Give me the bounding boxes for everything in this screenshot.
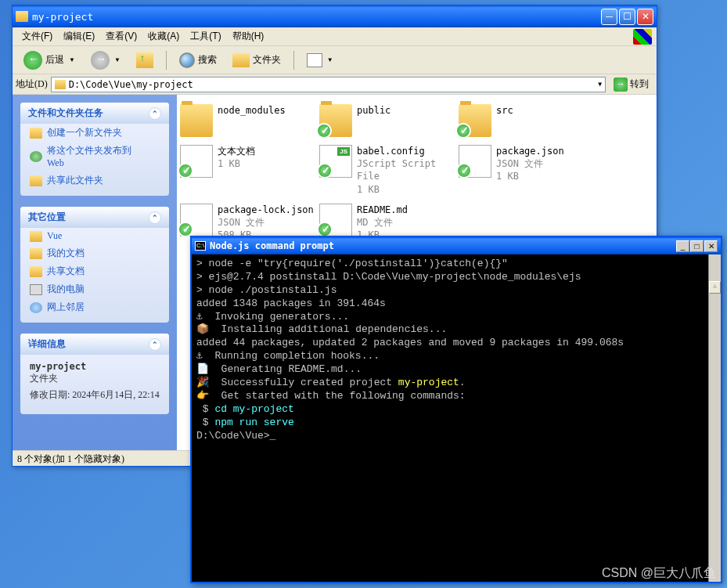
console-titlebar[interactable]: C:\ Node.js command prompt _ □ ✕ (192, 237, 721, 254)
back-label: 后退 (45, 53, 64, 67)
folder-icon (30, 128, 42, 139)
go-button[interactable]: → 转到 (609, 78, 653, 92)
address-input[interactable]: D:\Code\Vue\my-project ▼ (51, 77, 606, 92)
network-icon (30, 302, 42, 313)
folder-icon (30, 248, 42, 259)
console-line: ⚓ Running completion hooks... (196, 350, 716, 363)
loc-mydocs[interactable]: 我的文档 (20, 244, 169, 262)
views-button[interactable]: ▼ (301, 51, 340, 70)
address-path: D:\Code\Vue\my-project (69, 79, 193, 90)
menu-tools[interactable]: 工具(T) (185, 28, 225, 45)
checkmark-icon (316, 123, 332, 139)
up-button[interactable] (130, 50, 160, 70)
folders-label: 文件夹 (253, 53, 281, 67)
maximize-button[interactable]: ☐ (619, 9, 635, 25)
console-line: added 44 packages, updated 2 packages an… (196, 337, 716, 350)
file-name: 文本文档 (218, 145, 255, 157)
close-button[interactable]: ✕ (704, 240, 718, 252)
file-item[interactable]: public (319, 104, 459, 137)
file-name: src (496, 104, 513, 117)
file-icon: JS (319, 145, 352, 178)
task-share[interactable]: 共享此文件夹 (20, 171, 169, 189)
go-icon: → (614, 78, 628, 92)
file-type: JSON 文件 (496, 157, 564, 170)
chevron-up-icon[interactable]: ⌃ (149, 338, 161, 351)
panel-header[interactable]: 详细信息⌃ (20, 334, 169, 355)
tasks-panel: 文件和文件夹任务⌃ 创建一个新文件夹 将这个文件夹发布到 Web 共享此文件夹 (20, 103, 169, 196)
console-line: > ejs@2.7.4 postinstall D:\Code\Vue\my-p… (196, 271, 716, 284)
address-label: 地址(D) (16, 78, 48, 91)
console-body[interactable]: > node -e "try{require('./postinstall')}… (192, 254, 721, 582)
file-icon (459, 145, 491, 178)
minimize-button[interactable]: ─ (601, 9, 617, 25)
file-type: JScript Script File (357, 157, 459, 182)
checkmark-icon (178, 222, 193, 237)
forward-button[interactable]: ▼ (85, 49, 127, 72)
folder-icon (459, 104, 491, 137)
panel-title: 详细信息 (28, 337, 66, 351)
sidebar: 文件和文件夹任务⌃ 创建一个新文件夹 将这个文件夹发布到 Web 共享此文件夹 … (13, 95, 177, 450)
back-button[interactable]: 后退▼ (17, 49, 81, 72)
loc-shared[interactable]: 共享文档 (20, 262, 169, 280)
task-publish[interactable]: 将这个文件夹发布到 Web (20, 142, 169, 171)
folder-icon (30, 266, 42, 277)
menu-fav[interactable]: 收藏(A) (143, 28, 184, 45)
search-button[interactable]: 搜索 (173, 50, 223, 70)
panel-header[interactable]: 其它位置⌃ (20, 207, 169, 228)
dropdown-icon[interactable]: ▼ (598, 81, 602, 88)
file-item[interactable]: JSbabel.configJScript Script File1 KB (319, 145, 459, 196)
titlebar[interactable]: my-project ─ ☐ ✕ (13, 5, 657, 27)
folder-icon (180, 104, 213, 137)
js-badge: JS (337, 147, 350, 156)
loc-vue[interactable]: Vue (20, 228, 169, 244)
file-type: JSON 文件 (218, 216, 314, 229)
file-size: 1 KB (218, 157, 255, 170)
file-name: node_modules (218, 104, 286, 117)
scrollbar[interactable]: ▲ (708, 254, 721, 582)
menu-help[interactable]: 帮助(H) (228, 28, 269, 45)
file-icon (319, 204, 352, 236)
toolbar: 后退▼ ▼ 搜索 文件夹 ▼ (13, 46, 657, 74)
file-icon (180, 145, 213, 178)
up-icon (136, 52, 153, 68)
task-new-folder[interactable]: 创建一个新文件夹 (20, 124, 169, 142)
folder-icon (55, 80, 66, 89)
views-icon (307, 53, 322, 67)
folders-icon (232, 53, 250, 67)
console-line: D:\Code\Vue>_ (196, 430, 716, 443)
menu-view[interactable]: 查看(V) (101, 28, 142, 45)
checkmark-icon (317, 222, 333, 237)
file-item[interactable]: node_modules (180, 104, 319, 137)
detail-name: my-project (30, 361, 160, 372)
console-line: $ npm run serve (196, 417, 716, 430)
folders-button[interactable]: 文件夹 (226, 51, 287, 70)
file-item[interactable]: package.jsonJSON 文件1 KB (459, 145, 598, 196)
globe-icon (30, 151, 42, 162)
file-item[interactable]: 文本文档1 KB (180, 145, 319, 196)
close-button[interactable]: ✕ (637, 9, 653, 25)
console-line: 📦 Installing additional dependencies... (196, 323, 716, 337)
window-title: my-project (32, 11, 601, 23)
file-type: MD 文件 (357, 216, 408, 229)
console-line: 🎉 Successfully created project my-projec… (196, 377, 716, 390)
windows-flag-icon (633, 29, 652, 45)
chevron-up-icon[interactable]: ⌃ (149, 107, 161, 120)
other-panel: 其它位置⌃ Vue 我的文档 共享文档 我的电脑 网上邻居 (20, 207, 169, 323)
scroll-up-button[interactable]: ▲ (709, 281, 721, 294)
chevron-up-icon[interactable]: ⌃ (149, 211, 161, 224)
checkmark-icon (455, 123, 471, 139)
checkmark-icon (456, 163, 472, 179)
folder-icon (30, 231, 42, 242)
minimize-button[interactable]: _ (676, 240, 689, 252)
menu-file[interactable]: 文件(F) (17, 28, 57, 45)
computer-icon (30, 284, 42, 295)
loc-network[interactable]: 网上邻居 (20, 298, 169, 316)
maximize-button[interactable]: □ (690, 240, 704, 252)
menu-edit[interactable]: 编辑(E) (59, 28, 99, 45)
loc-computer[interactable]: 我的电脑 (20, 280, 169, 298)
file-item[interactable]: src (459, 104, 598, 137)
console-line: $ cd my-project (196, 403, 716, 417)
watermark: CSDN @巨大八爪鱼 (602, 565, 716, 582)
panel-header[interactable]: 文件和文件夹任务⌃ (20, 103, 169, 124)
folder-icon (16, 11, 28, 22)
